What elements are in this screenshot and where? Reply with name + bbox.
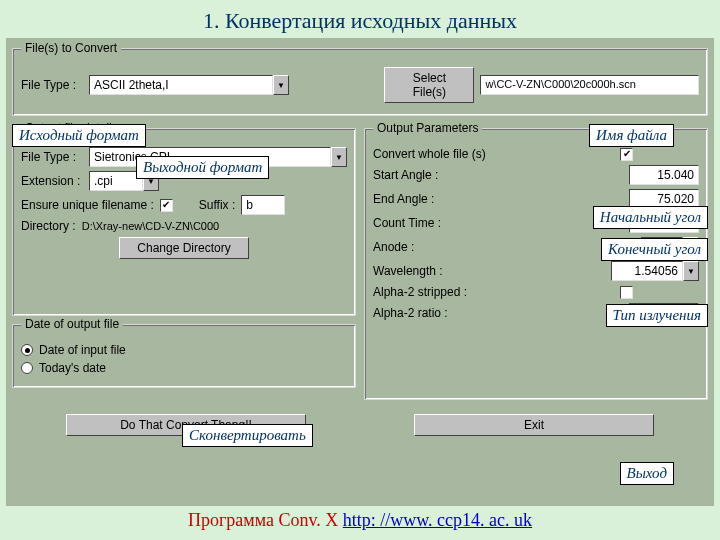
group-legend: Output Parameters (373, 121, 482, 135)
end-angle-label: End Angle : (373, 192, 463, 206)
output-filetype-label: File Type : (21, 150, 83, 164)
directory-path: D:\Xray-new\CD-V-ZN\C000 (82, 220, 220, 232)
radio-date-input[interactable] (21, 344, 33, 356)
slide-title: 1. Конвертация исходных данных (0, 0, 720, 38)
wavelength-combo[interactable]: 1.54056 ▼ (611, 261, 699, 281)
extension-label: Extension : (21, 174, 83, 188)
annot-output-format: Выходной формат (136, 156, 269, 179)
group-files-to-convert: File(s) to Convert File Type : ASCII 2th… (12, 48, 708, 116)
input-filetype-value: ASCII 2theta,I (89, 75, 273, 95)
annot-end-angle: Конечный угол (601, 238, 708, 261)
start-angle-field[interactable]: 15.040 (629, 165, 699, 185)
radio-today-label: Today's date (39, 361, 106, 375)
wavelength-value: 1.54056 (611, 261, 683, 281)
ensure-unique-checkbox[interactable]: ✔ (160, 199, 173, 212)
annot-radiation: Тип излучения (606, 304, 708, 327)
footer-text: Программа Conv. X (188, 510, 343, 530)
chevron-down-icon[interactable]: ▼ (331, 147, 347, 167)
annot-filename: Имя файла (589, 124, 674, 147)
alpha2-stripped-checkbox[interactable] (620, 286, 633, 299)
annot-exit: Выход (620, 462, 675, 485)
count-time-label: Count Time : (373, 216, 463, 230)
selected-file-field[interactable]: w\CC-V-ZN\C000\20c000h.scn (480, 75, 699, 95)
group-output-parameters: Output Parameters Convert whole file (s)… (364, 128, 708, 400)
suffix-label: Suffix : (199, 198, 235, 212)
start-angle-label: Start Angle : (373, 168, 463, 182)
alpha2-ratio-label: Alpha-2 ratio : (373, 306, 463, 320)
group-date-of-output: Date of output file Date of input file T… (12, 324, 356, 388)
anode-label: Anode : (373, 240, 463, 254)
ensure-unique-label: Ensure unique filename : (21, 198, 154, 212)
suffix-field[interactable]: b (241, 195, 285, 215)
group-legend: File(s) to Convert (21, 41, 121, 55)
annot-start-angle: Начальный угол (593, 206, 708, 229)
annot-convert: Сконвертировать (182, 424, 313, 447)
radio-date-input-label: Date of input file (39, 343, 126, 357)
chevron-down-icon[interactable]: ▼ (683, 261, 699, 281)
change-directory-button[interactable]: Change Directory (119, 237, 249, 259)
group-legend: Date of output file (21, 317, 123, 331)
wavelength-label: Wavelength : (373, 264, 463, 278)
exit-button[interactable]: Exit (414, 414, 654, 436)
radio-today[interactable] (21, 362, 33, 374)
extension-value: .cpi (89, 171, 143, 191)
directory-label: Directory : (21, 219, 76, 233)
select-files-button[interactable]: Select File(s) (384, 67, 474, 103)
file-type-label: File Type : (21, 78, 83, 92)
convert-whole-checkbox[interactable]: ✔ (620, 148, 633, 161)
annot-source-format: Исходный формат (12, 124, 146, 147)
app-window: File(s) to Convert File Type : ASCII 2th… (6, 38, 714, 506)
input-filetype-combo[interactable]: ASCII 2theta,I ▼ (89, 75, 289, 95)
chevron-down-icon[interactable]: ▼ (273, 75, 289, 95)
alpha2-stripped-label: Alpha-2 stripped : (373, 285, 614, 299)
footer: Программа Conv. X http: //www. ccp14. ac… (0, 506, 720, 535)
footer-link[interactable]: http: //www. ccp14. ac. uk (343, 510, 532, 530)
convert-whole-label: Convert whole file (s) (373, 147, 614, 161)
